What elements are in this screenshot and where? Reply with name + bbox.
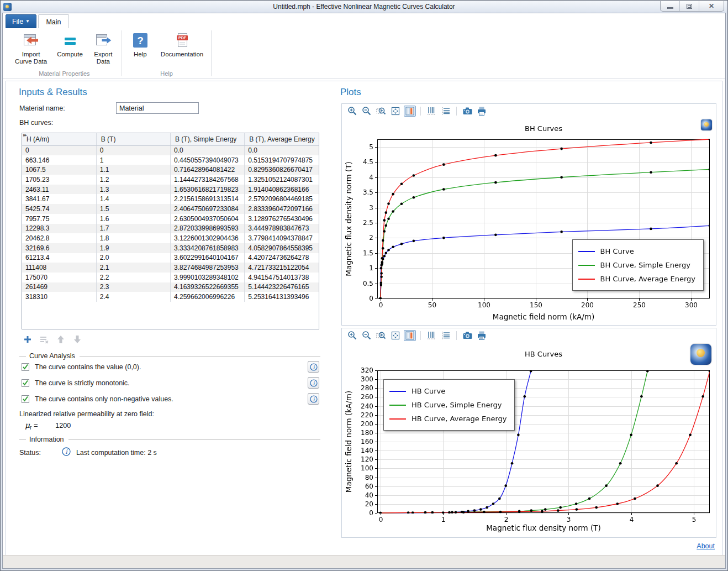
table-cell[interactable]: 4.420724736264278 — [245, 253, 319, 263]
table-cell[interactable]: 1705.23 — [22, 175, 96, 185]
import-curve-data-button[interactable]: Import Curve Data — [13, 29, 49, 69]
table-cell[interactable]: 61213.4 — [22, 253, 96, 263]
table-cell[interactable]: 2.6305004937050604 — [171, 214, 245, 224]
checkbox-checked-icon[interactable] — [22, 395, 29, 403]
table-cell[interactable]: 5.144423226476165 — [245, 282, 319, 292]
table-cell[interactable]: 2.4064750697233084 — [171, 204, 245, 214]
table-cell[interactable]: 1067.5 — [22, 165, 96, 175]
add-row-button[interactable] — [23, 334, 33, 344]
zoom-box-icon[interactable] — [375, 330, 387, 341]
info-button[interactable]: i — [308, 377, 319, 389]
table-cell[interactable]: 12298.3 — [22, 224, 96, 234]
table-cell[interactable]: 318310 — [22, 292, 96, 302]
table-cell[interactable]: 2.2 — [96, 273, 170, 282]
table-column-header[interactable]: B (T), Average Energy — [245, 133, 319, 145]
table-cell[interactable]: 3.9990103289348102 — [171, 273, 245, 282]
table-cell[interactable]: 663.146 — [22, 155, 96, 165]
zoom-extents-icon[interactable] — [389, 106, 402, 117]
table-cell[interactable]: 1.5 — [96, 204, 170, 214]
table-cell[interactable]: 2.1 — [96, 263, 170, 273]
help-button[interactable]: ? Help — [128, 29, 153, 69]
about-link[interactable]: About — [697, 542, 715, 550]
print-icon[interactable] — [476, 330, 488, 341]
table-cell[interactable]: 3.3334208761858983 — [171, 243, 245, 253]
table-column-header[interactable]: ▸▸H (A/m) — [22, 133, 96, 145]
table-cell[interactable]: 1.1444273184267568 — [171, 175, 245, 185]
minimize-button[interactable] — [661, 1, 680, 11]
zoom-extents-icon[interactable] — [389, 330, 402, 341]
table-column-header[interactable]: B (T), Simple Energy — [171, 133, 245, 145]
table-cell[interactable]: 0.0 — [171, 145, 245, 155]
table-cell[interactable]: 0.4450557394049073 — [171, 155, 245, 165]
zoom-in-icon[interactable] — [346, 106, 358, 117]
zoom-out-icon[interactable] — [361, 330, 373, 341]
table-cell[interactable]: 3.6022991640104167 — [171, 253, 245, 263]
table-cell[interactable]: 0.716428964081422 — [171, 165, 245, 175]
table-cell[interactable]: 3.1289762765430496 — [245, 214, 319, 224]
table-cell[interactable]: 2.8720339986993593 — [171, 224, 245, 234]
table-cell[interactable]: 1.3251052124087301 — [245, 175, 319, 185]
compute-button[interactable]: Compute — [55, 29, 85, 69]
info-button[interactable]: i — [308, 361, 319, 373]
maximize-button[interactable] — [680, 1, 699, 11]
table-cell[interactable]: 2.3 — [96, 282, 170, 292]
table-cell[interactable]: 1.914040862368166 — [245, 185, 319, 195]
table-cell[interactable]: 32169.6 — [22, 243, 96, 253]
table-cell[interactable]: 3841.67 — [22, 194, 96, 204]
table-cell[interactable]: 1.1 — [96, 165, 170, 175]
table-column-header[interactable]: B (T) — [96, 133, 170, 145]
table-cell[interactable]: 4.721733215122054 — [245, 263, 319, 273]
comsol-logo-button[interactable] — [701, 119, 712, 130]
delete-rows-button[interactable] — [39, 334, 49, 344]
zoom-out-icon[interactable] — [361, 106, 373, 117]
table-cell[interactable]: 5425.74 — [22, 204, 96, 214]
bh-curves-canvas[interactable] — [342, 118, 715, 324]
y-axis-grid-icon[interactable] — [440, 330, 452, 341]
zoom-in-icon[interactable] — [346, 330, 358, 341]
table-cell[interactable]: 20462.8 — [22, 233, 96, 243]
table-cell[interactable]: 0.5153194707974875 — [245, 155, 319, 165]
documentation-button[interactable]: PDF Documentation — [159, 29, 205, 69]
table-cell[interactable]: 2463.11 — [22, 185, 96, 195]
table-cell[interactable]: 1 — [96, 155, 170, 165]
table-cell[interactable]: 0 — [96, 145, 170, 155]
table-cell[interactable]: 4.941547514013738 — [245, 273, 319, 282]
comsol-logo-button[interactable] — [690, 344, 711, 365]
snapshot-icon[interactable] — [461, 330, 473, 341]
x-axis-grid-icon[interactable] — [425, 106, 437, 117]
snapshot-icon[interactable] — [461, 106, 473, 117]
table-cell[interactable]: 2.5792096804469185 — [245, 194, 319, 204]
table-cell[interactable]: 0.8295360826670417 — [245, 165, 319, 175]
table-cell[interactable]: 175070 — [22, 273, 96, 282]
table-cell[interactable]: 4.0582907864558395 — [245, 243, 319, 253]
table-cell[interactable]: 261469 — [22, 282, 96, 292]
table-cell[interactable]: 1.2 — [96, 175, 170, 185]
y-axis-grid-icon[interactable] — [440, 106, 452, 117]
table-cell[interactable]: 2.4 — [96, 292, 170, 302]
x-axis-grid-icon[interactable] — [425, 330, 437, 341]
table-cell[interactable]: 111408 — [22, 263, 96, 273]
table-cell[interactable]: 2.0 — [96, 253, 170, 263]
axis-limits-icon[interactable] — [404, 106, 416, 117]
table-cell[interactable]: 3.444978983847673 — [245, 224, 319, 234]
table-cell[interactable]: 0 — [22, 145, 96, 155]
table-cell[interactable]: 1.4 — [96, 194, 170, 204]
table-cell[interactable]: 1.7 — [96, 224, 170, 234]
material-name-input[interactable] — [116, 102, 199, 114]
table-cell[interactable]: 5.253164131393496 — [245, 292, 319, 302]
table-cell[interactable]: 3.7798414094378847 — [245, 233, 319, 243]
table-cell[interactable]: 4.259662006996226 — [171, 292, 245, 302]
hb-curves-canvas[interactable] — [342, 343, 715, 535]
export-data-button[interactable]: Export Data — [91, 29, 116, 69]
info-button[interactable]: i — [308, 393, 319, 405]
zoom-box-icon[interactable] — [375, 106, 387, 117]
file-menu-button[interactable]: File▼ — [6, 14, 36, 28]
table-cell[interactable]: 4.1639326522669355 — [171, 282, 245, 292]
table-cell[interactable]: 1.6 — [96, 214, 170, 224]
table-cell[interactable]: 2.2156158691313514 — [171, 194, 245, 204]
table-cell[interactable]: 1.3 — [96, 185, 170, 195]
print-icon[interactable] — [476, 106, 488, 117]
bh-curves-table[interactable]: ▸▸H (A/m)B (T)B (T), Simple EnergyB (T),… — [22, 133, 319, 329]
close-button[interactable]: ✕ — [699, 1, 724, 11]
table-cell[interactable]: 2.8333960472097166 — [245, 204, 319, 214]
